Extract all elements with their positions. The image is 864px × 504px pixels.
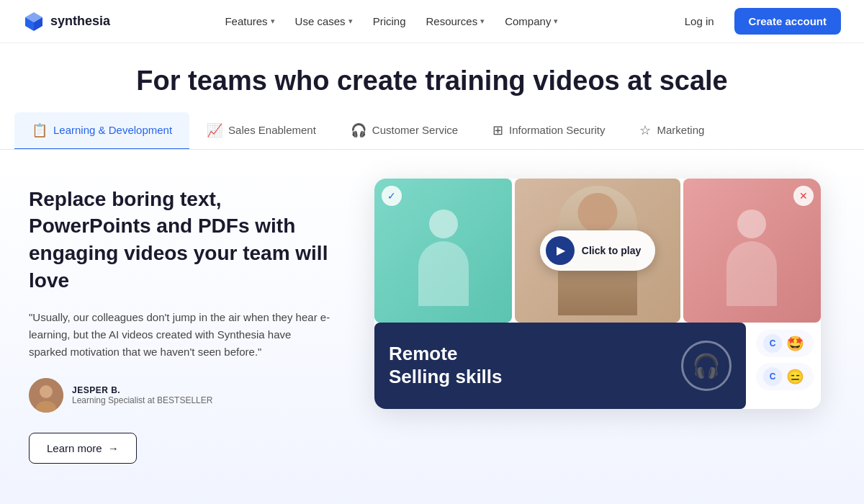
video-bottom: Remote Selling skills 🎧 C 🤩 C 😑 [374, 323, 821, 409]
author-row: JESPER B. Learning Specialist at BESTSEL… [29, 378, 331, 413]
svg-point-1 [40, 385, 53, 398]
emoji-card: C 🤩 C 😑 [749, 323, 821, 409]
synthesia-logo-icon [23, 11, 45, 32]
left-content: Replace boring text, PowerPoints and PDF… [29, 179, 331, 464]
play-circle-icon: ▶ [546, 236, 575, 265]
avatar-card-1: ✓ [374, 179, 512, 323]
chevron-down-icon: ▾ [480, 17, 485, 26]
grid-icon: ⊞ [492, 122, 503, 138]
emoji-c-icon: C [763, 334, 782, 353]
nav-company[interactable]: Company ▾ [496, 11, 567, 32]
chevron-down-icon: ▾ [271, 17, 275, 26]
arrow-right-icon: → [108, 442, 119, 454]
emoji-row-2: C 😑 [756, 363, 814, 390]
page-title: For teams who create training videos at … [14, 65, 850, 98]
emoji-c-icon-2: C [763, 367, 782, 386]
author-info: JESPER B. Learning Specialist at BESTSEL… [72, 385, 212, 405]
table-icon: 📋 [32, 122, 48, 138]
brand-name: synthesia [50, 14, 110, 29]
tab-marketing[interactable]: ☆ Marketing [622, 112, 721, 150]
nav-use-cases[interactable]: Use cases ▾ [287, 11, 361, 32]
hero-section: For teams who create training videos at … [0, 43, 864, 112]
chevron-down-icon: ▾ [348, 17, 353, 26]
tabs-section: 📋 Learning & Development 📈 Sales Enablem… [0, 112, 864, 150]
content-area: Replace boring text, PowerPoints and PDF… [0, 150, 864, 504]
nav-resources[interactable]: Resources ▾ [417, 11, 493, 32]
author-title: Learning Specialist at BESTSELLER [72, 395, 212, 405]
play-label: Click to play [582, 245, 641, 256]
course-title-line1: Remote [389, 343, 503, 365]
tab-customer-service[interactable]: 🎧 Customer Service [333, 112, 475, 150]
avatar-card-center: ▶ Click to play [515, 179, 680, 323]
headphone-icon: 🎧 [681, 341, 732, 391]
login-button[interactable]: Log in [673, 9, 726, 33]
video-top: ✓ ▶ Click t [374, 179, 821, 323]
play-overlay[interactable]: ▶ Click to play [515, 179, 680, 323]
course-title-line2: Selling skills [389, 366, 503, 388]
tab-learning-development[interactable]: 📋 Learning & Development [14, 112, 189, 150]
create-account-button[interactable]: Create account [734, 8, 841, 35]
play-button[interactable]: ▶ Click to play [540, 230, 655, 271]
emoji-star-eyes: 🤩 [786, 335, 804, 352]
chevron-down-icon: ▾ [554, 17, 558, 26]
video-container: ✓ ▶ Click t [374, 179, 821, 409]
author-name: JESPER B. [72, 385, 212, 395]
testimonial-quote: "Usually, our colleagues don't jump in t… [29, 309, 331, 361]
tab-information-security[interactable]: ⊞ Information Security [475, 112, 622, 150]
person-silhouette-1 [415, 195, 472, 306]
course-card: Remote Selling skills 🎧 [374, 323, 746, 409]
avatar-card-3: ✕ [683, 179, 821, 323]
nav-features[interactable]: Features ▾ [216, 11, 283, 32]
star-icon: ☆ [639, 122, 651, 138]
logo[interactable]: synthesia [23, 11, 110, 32]
headset-icon: 🎧 [351, 122, 366, 138]
nav-links: Features ▾ Use cases ▾ Pricing Resources… [216, 11, 567, 32]
content-headline: Replace boring text, PowerPoints and PDF… [29, 186, 331, 294]
emoji-row-1: C 🤩 [756, 330, 814, 357]
check-badge: ✓ [382, 186, 402, 206]
navbar: synthesia Features ▾ Use cases ▾ Pricing… [0, 0, 864, 43]
emoji-neutral: 😑 [786, 368, 804, 385]
nav-actions: Log in Create account [673, 8, 841, 35]
x-badge: ✕ [793, 186, 814, 206]
learn-more-button[interactable]: Learn more → [29, 433, 137, 464]
avatar [29, 378, 63, 413]
person-silhouette-3 [723, 195, 780, 306]
nav-pricing[interactable]: Pricing [364, 11, 415, 32]
chart-icon: 📈 [207, 122, 222, 138]
right-content: ✓ ▶ Click t [374, 179, 835, 409]
course-text: Remote Selling skills [389, 343, 503, 387]
tab-sales-enablement[interactable]: 📈 Sales Enablement [189, 112, 333, 150]
